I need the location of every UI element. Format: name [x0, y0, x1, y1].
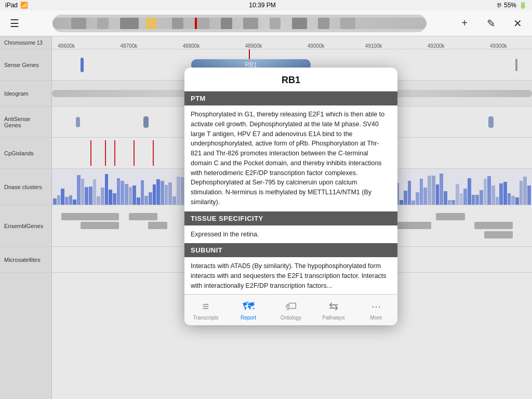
ruler-tick-5: 49100k	[365, 43, 382, 49]
dnase-bar-item	[472, 195, 475, 205]
dnase-bar-item	[496, 197, 499, 205]
toolbar-center	[24, 15, 455, 32]
dnase-bar-item	[468, 178, 471, 205]
dnase-bar-item	[109, 190, 112, 205]
ensembl-gene-2	[81, 222, 119, 229]
ruler-tick-7: 49300k	[490, 43, 507, 49]
more-label: More	[370, 315, 382, 321]
antisense-feature-2	[143, 116, 149, 128]
dnase-bar-item	[520, 181, 523, 205]
dnase-bar-item	[444, 191, 447, 205]
dnase-bar-item	[456, 184, 459, 205]
dnase-bar-item	[177, 177, 180, 205]
antisense-feature-3	[488, 116, 494, 128]
dnase-bar-item	[448, 200, 451, 205]
more-icon: ···	[371, 300, 381, 313]
label-ensembl-genes: EnsemblGenes	[0, 205, 51, 247]
ruler-tick-3: 48900k	[245, 43, 262, 49]
transcripts-icon: ≡	[203, 300, 209, 313]
ensembl-gene-10	[397, 222, 431, 229]
label-antisense-genes: AntiSense Genes	[0, 107, 51, 138]
dnase-bar-item	[400, 200, 403, 205]
cpg-line-3	[114, 140, 115, 166]
dnase-bar-item	[436, 184, 440, 205]
ensembl-gene-1	[61, 213, 119, 220]
dnase-bar-item	[85, 187, 88, 205]
dnase-bar-item	[428, 176, 431, 205]
dnase-bar-item	[491, 185, 495, 205]
ensembl-gene-3	[129, 213, 157, 220]
ruler-tick-0: 48600k	[58, 43, 75, 49]
gene-feature-right	[515, 59, 517, 71]
dnase-bar-item	[420, 179, 423, 205]
dnase-bar-item	[81, 179, 85, 205]
edit-button[interactable]: ✎	[482, 14, 500, 33]
cpg-line-1	[90, 140, 91, 166]
dnase-bar-item	[460, 193, 463, 205]
status-right: 𝔅 55% 🔋	[497, 2, 527, 9]
dnase-bar-item	[132, 185, 136, 205]
dnase-bar-item	[411, 201, 415, 205]
tab-pathways[interactable]: ⇆ Pathways	[312, 295, 355, 325]
dnase-bar-item	[144, 196, 148, 205]
status-left: iPad 📶	[5, 2, 28, 9]
dnase-bar-item	[440, 174, 443, 205]
dnase-bar-item	[165, 185, 168, 205]
dnase-bar-item	[432, 176, 435, 205]
dnase-bar-item	[515, 197, 519, 205]
battery-icon: 🔋	[519, 2, 527, 9]
popup-content[interactable]: PTM Phosphorylated in G1, thereby releas…	[184, 91, 397, 294]
pathways-icon: ⇆	[329, 300, 338, 313]
chromosome-strip	[52, 15, 427, 32]
tab-transcripts[interactable]: ≡ Transcripts	[184, 295, 227, 325]
popup-tab-bar: ≡ Transcripts 🗺 Report 🏷 Ontology ⇆ Path…	[184, 294, 397, 325]
antisense-feature-1	[76, 117, 80, 127]
tab-report[interactable]: 🗺 Report	[227, 295, 270, 325]
pathways-label: Pathways	[322, 315, 344, 321]
dnase-bar-item	[69, 195, 73, 205]
dnase-bar-item	[423, 188, 427, 205]
dnase-bar-item	[97, 196, 100, 205]
tab-ontology[interactable]: 🏷 Ontology	[270, 295, 312, 325]
ruler-tick-2: 48800k	[183, 43, 200, 49]
dnase-bar-item	[523, 177, 527, 205]
subunit-body: Interacts with ATAD5 (By similarity). Th…	[184, 257, 397, 294]
dnase-bar-item	[153, 184, 156, 205]
label-dnase-clusters: Dnase clusters	[0, 169, 51, 205]
dnase-bar-item	[129, 187, 132, 205]
dnase-bar-item	[73, 200, 76, 205]
dnase-bar-item	[53, 198, 57, 205]
ensembl-gene-12	[474, 222, 513, 229]
subunit-header: SUBUNIT	[184, 243, 397, 257]
dnase-bar-item	[117, 178, 121, 205]
cpg-line-5	[153, 140, 154, 166]
dnase-bar-item	[451, 200, 455, 205]
dnase-bar-item	[61, 189, 64, 205]
close-button[interactable]: ✕	[508, 14, 527, 33]
add-button[interactable]: +	[455, 14, 474, 33]
ruler-tick-4: 49000k	[308, 43, 325, 49]
ruler-tick-1: 48700k	[120, 43, 137, 49]
dnase-bar-item	[484, 179, 487, 205]
ensembl-gene-11	[436, 213, 464, 220]
label-sense-genes: Sense Genes	[0, 49, 51, 81]
ensembl-gene-13	[484, 231, 513, 238]
gene-popup[interactable]: RB1 PTM Phosphorylated in G1, thereby re…	[184, 68, 397, 325]
ontology-icon: 🏷	[285, 300, 297, 313]
label-cpgislands: CpGislands	[0, 138, 51, 169]
dnase-bar-item	[404, 191, 407, 205]
time-display: 10:39 PM	[249, 2, 275, 9]
track-labels: Chromosome 13 Sense Genes Ideogram AntiS…	[0, 36, 52, 399]
ruler-tick-6: 49200k	[428, 43, 445, 49]
cpg-line-2	[105, 140, 106, 166]
dnase-bar-item	[463, 189, 467, 205]
report-label: Report	[241, 315, 256, 321]
menu-button[interactable]: ☰	[5, 14, 24, 33]
dnase-bar-item	[137, 197, 140, 205]
ptm-body: Phosphorylated in G1, thereby releasing …	[184, 105, 397, 211]
tab-more[interactable]: ··· More	[355, 295, 397, 325]
transcripts-label: Transcripts	[193, 315, 218, 321]
report-icon: 🗺	[243, 300, 254, 313]
chromosome-body	[52, 18, 427, 29]
genomic-ruler: 48600k 48700k 48800k 48900k 49000k 49100…	[52, 36, 532, 49]
